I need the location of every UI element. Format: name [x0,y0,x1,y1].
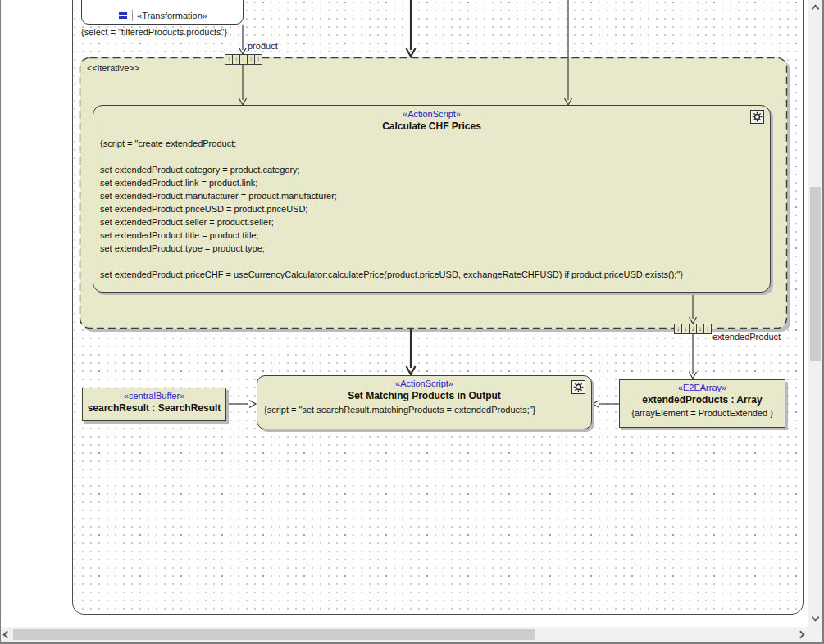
expansion-node-pin-extended-product[interactable]: ↓ ↓ ↓ ↓ ↓ [674,324,712,334]
down-arrow-icon: ↓ [697,324,704,333]
script-line: {script = "create extendedProduct; [100,138,765,152]
transformation-node[interactable]: «Transformation» [81,0,244,25]
scrollbar-corner [808,627,822,642]
down-arrow-icon: ↓ [704,324,711,333]
script-line: set extendedProduct.category = product.c… [100,165,765,178]
script-line [100,256,765,270]
product-pin-label[interactable]: product [248,41,278,51]
window-border [0,0,1,644]
select-constraint-label[interactable]: {select = "filteredProducts.products"} [81,27,227,37]
horizontal-scrollbar[interactable] [0,627,808,642]
set-matching-script: {script = "set searchResult.matchingProd… [257,401,591,415]
calculate-chf-prices-action[interactable]: «ActionScript» Calculate CHF Prices {scr… [93,105,771,293]
search-result-buffer-node[interactable]: «centralBuffer» searchResult : SearchRes… [82,388,226,421]
script-line: set extendedProduct.seller = product.sel… [100,217,765,230]
script-line: set extendedProduct.link = product.link; [100,178,765,191]
down-arrow-icon: ↓ [225,55,233,64]
horizontal-scrollbar-thumb[interactable] [13,629,535,640]
down-arrow-icon: ↓ [675,324,682,333]
array-title: extendedProducts : Array [620,394,785,406]
scroll-down-icon[interactable] [812,614,820,622]
down-arrow-icon: ↓ [233,55,240,64]
script-line: set extendedProduct.title = product.titl… [100,230,765,243]
diagram-editor-window: «Transformation» {select = "filteredProd… [0,0,824,644]
scroll-up-icon[interactable] [812,5,820,13]
down-arrow-icon: ↓ [240,55,248,64]
down-arrow-icon: ↓ [682,324,690,333]
transformation-header: «Transformation» [82,10,243,21]
script-line: set extendedProduct.manufacturer = produ… [100,191,765,204]
transformation-stereotype: «Transformation» [137,11,207,20]
scroll-left-icon[interactable] [3,630,11,638]
set-matching-title: Set Matching Products in Output [257,390,591,401]
icon-divider [132,10,133,21]
set-matching-products-action[interactable]: «ActionScript» Set Matching Products in … [257,375,592,429]
gear-icon [571,380,585,394]
array-constraint: {arrayElement = ProductExtended } [620,408,785,418]
down-arrow-icon: ↓ [255,55,262,64]
buffer-title: searchResult : SearchResult [83,402,225,414]
down-arrow-icon: ↓ [248,55,255,64]
script-line [100,152,765,165]
buffer-stereotype: «centralBuffer» [83,388,225,401]
scroll-right-icon[interactable] [797,630,805,638]
calculate-action-script: {script = "create extendedProduct; set e… [100,138,765,283]
iterative-region-label: <<iterative>> [87,63,139,73]
calculate-action-title: Calculate CHF Prices [93,120,770,132]
array-stereotype: «E2EArray» [620,380,785,392]
vertical-scrollbar-thumb[interactable] [810,187,821,361]
set-matching-stereotype: «ActionScript» [257,376,591,388]
extended-product-pin-label[interactable]: extendedProduct [712,332,781,342]
expansion-node-pin-product[interactable]: ↓ ↓ ↓ ↓ ↓ [225,54,262,65]
down-arrow-icon: ↓ [690,324,697,333]
transformation-icon [117,11,128,20]
vertical-scrollbar[interactable] [808,0,822,627]
calculate-action-stereotype: «ActionScript» [93,106,770,119]
script-line: set extendedProduct.priceCHF = useCurren… [100,270,765,283]
script-line: set extendedProduct.priceUSD = product.p… [100,204,765,217]
script-line: set extendedProduct.type = product.type; [100,243,765,256]
gear-icon [750,110,764,124]
extended-products-array-node[interactable]: «E2EArray» extendedProducts : Array {arr… [619,379,785,428]
